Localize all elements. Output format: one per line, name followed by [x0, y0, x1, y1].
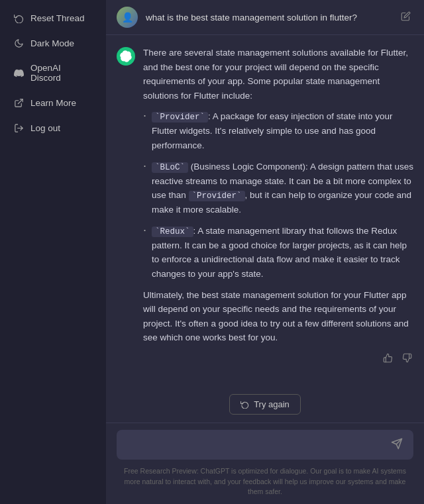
- send-icon: [391, 438, 403, 450]
- header-question: what is the best state management soluti…: [146, 13, 357, 23]
- footer-text: Free Research Preview: ChatGPT is optimi…: [124, 467, 406, 496]
- sidebar-item-reset-thread[interactable]: Reset Thread: [4, 6, 102, 30]
- chat-input[interactable]: [126, 439, 384, 450]
- edit-button[interactable]: [398, 9, 413, 26]
- thumbs-up-button[interactable]: [382, 352, 394, 366]
- refresh-icon: [13, 13, 24, 23]
- bullet-dot: ·: [143, 159, 146, 174]
- try-again-row: Try again: [106, 387, 424, 423]
- sidebar-item-discord[interactable]: OpenAI Discord: [4, 56, 102, 89]
- assistant-message: There are several state management solut…: [117, 46, 413, 366]
- message-actions: [143, 352, 413, 366]
- bullet-dot: ·: [143, 223, 146, 238]
- sidebar-item-label: Dark Mode: [30, 38, 74, 48]
- code-provider: `Provider`: [152, 112, 208, 123]
- chat-header: 👤 what is the best state management solu…: [106, 0, 424, 35]
- sidebar-item-label: Reset Thread: [30, 13, 85, 23]
- sidebar-item-label: Learn More: [30, 98, 76, 108]
- logout-icon: [13, 123, 24, 133]
- list-item: · `Provider`: A package for easy injecti…: [143, 109, 413, 152]
- message-closing: Ultimately, the best state management so…: [143, 288, 413, 345]
- bullet-text: `BLoC` (Business Logic Component): A des…: [152, 160, 413, 217]
- list-item: · `BLoC` (Business Logic Component): A d…: [143, 160, 413, 217]
- message-body: There are several state management solut…: [143, 46, 413, 366]
- sidebar-item-label: OpenAI Discord: [30, 63, 93, 83]
- footer-notice: Free Research Preview: ChatGPT is optimi…: [106, 464, 424, 504]
- bullet-list: · `Provider`: A package for easy injecti…: [143, 109, 413, 281]
- list-item: · `Redux`: A state management library th…: [143, 224, 413, 281]
- header-left: 👤 what is the best state management solu…: [117, 7, 357, 28]
- bullet-text: `Provider`: A package for easy injection…: [152, 109, 413, 152]
- moon-icon: [13, 38, 24, 48]
- input-box: [117, 430, 413, 460]
- discord-icon: [13, 68, 24, 78]
- sidebar-item-label: Log out: [30, 123, 60, 133]
- code-provider2: `Provider`: [189, 191, 245, 201]
- bullet-dot: ·: [143, 109, 146, 123]
- sidebar-item-log-out[interactable]: Log out: [4, 116, 102, 140]
- code-bloc: `BLoC`: [152, 162, 188, 173]
- chat-area: There are several state management solut…: [106, 35, 424, 387]
- svg-line-0: [18, 99, 23, 103]
- sidebar: Reset Thread Dark Mode OpenAI Discord Le…: [0, 0, 106, 504]
- main-panel: 👤 what is the best state management solu…: [106, 0, 424, 504]
- message-intro: There are several state management solut…: [143, 46, 413, 103]
- try-again-label: Try again: [254, 399, 290, 409]
- try-again-button[interactable]: Try again: [229, 394, 301, 415]
- bullet-text: `Redux`: A state management library that…: [152, 224, 413, 281]
- sidebar-item-dark-mode[interactable]: Dark Mode: [4, 31, 102, 55]
- refresh-small-icon: [240, 400, 249, 409]
- sidebar-item-learn-more[interactable]: Learn More: [4, 91, 102, 115]
- input-row: [106, 423, 424, 464]
- code-redux: `Redux`: [152, 227, 193, 237]
- thumbs-down-button[interactable]: [401, 352, 413, 366]
- gpt-avatar: [117, 47, 135, 66]
- avatar: 👤: [117, 7, 138, 28]
- external-link-icon: [13, 97, 24, 108]
- send-button[interactable]: [390, 436, 404, 453]
